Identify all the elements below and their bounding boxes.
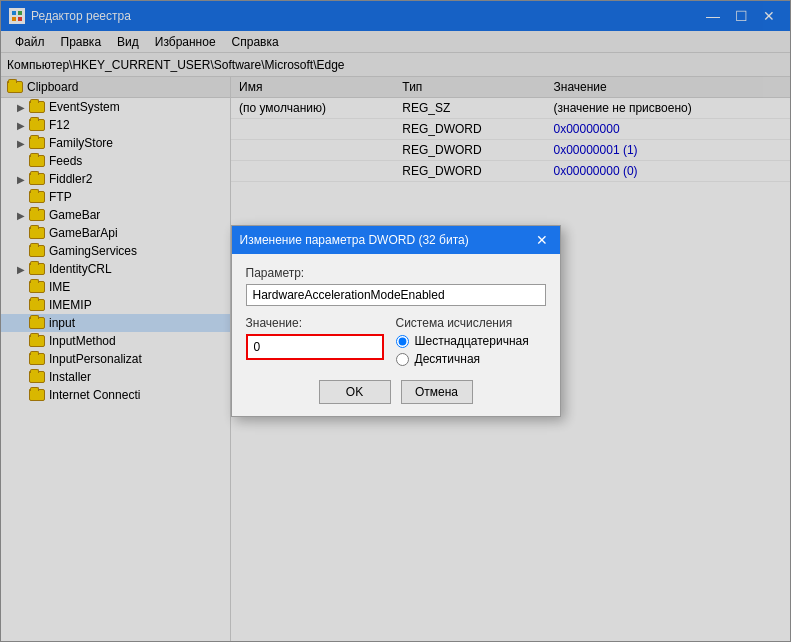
radio-dec-text: Десятичная [415,352,481,366]
dialog-overlay: Изменение параметра DWORD (32 бита) ✕ Па… [0,0,791,642]
radio-hex-text: Шестнадцатеричная [415,334,529,348]
dialog-close-button[interactable]: ✕ [532,230,552,250]
dialog-title: Изменение параметра DWORD (32 бита) [240,233,532,247]
dialog-row: Значение: Система исчисления Шестнадцате… [246,316,546,366]
radio-dec[interactable] [396,353,409,366]
radio-hex[interactable] [396,335,409,348]
ok-button[interactable]: OK [319,380,391,404]
dword-edit-dialog: Изменение параметра DWORD (32 бита) ✕ Па… [231,225,561,417]
radio-hex-label[interactable]: Шестнадцатеричная [396,334,546,348]
radio-dec-label[interactable]: Десятичная [396,352,546,366]
value-input[interactable] [248,336,382,358]
param-value: HardwareAccelerationModeEnabled [246,284,546,306]
numbase-label: Система исчисления [396,316,546,330]
value-input-wrapper [246,334,384,360]
numbase-section: Система исчисления Шестнадцатеричная Дес… [396,316,546,366]
dialog-buttons: OK Отмена [246,380,546,404]
value-label: Значение: [246,316,384,330]
param-label: Параметр: [246,266,546,280]
dialog-title-bar: Изменение параметра DWORD (32 бита) ✕ [232,226,560,254]
value-section: Значение: [246,316,384,360]
cancel-button[interactable]: Отмена [401,380,473,404]
dialog-body: Параметр: HardwareAccelerationModeEnable… [232,254,560,416]
radio-group: Шестнадцатеричная Десятичная [396,334,546,366]
